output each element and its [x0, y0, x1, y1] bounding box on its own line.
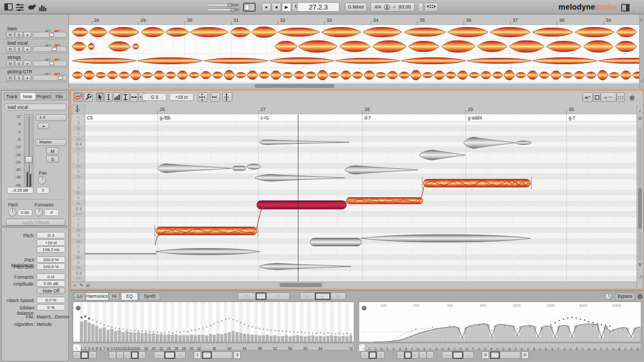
mute-button[interactable]: M: [46, 148, 59, 154]
harmonic-bar[interactable]: [114, 331, 117, 342]
harmonic-number-label[interactable]: 16: [136, 347, 141, 350]
pan-knob[interactable]: [38, 176, 46, 185]
harmonic-bar[interactable]: [152, 333, 155, 342]
amplitude-tool[interactable]: .: [121, 92, 129, 102]
record-button[interactable]: ●: [262, 3, 271, 12]
eq-range-bar[interactable]: [500, 351, 520, 359]
eq-seg-2-1[interactable]: [452, 351, 463, 359]
harmonic-number-label[interactable]: 44: [242, 347, 247, 350]
fader-handle[interactable]: [25, 156, 32, 163]
harmonic-number-label[interactable]: 20: [152, 347, 156, 350]
track-volume-slider[interactable]: [33, 61, 67, 66]
harmonic-dot[interactable]: [213, 323, 215, 325]
eq-band[interactable]: [595, 325, 599, 342]
input-select[interactable]: 1-2.: [36, 114, 66, 121]
blob-mode-button[interactable]: [73, 92, 83, 102]
eq-arc-dot[interactable]: [550, 324, 552, 326]
note-letter-label[interactable]: D: [460, 347, 463, 350]
harmonic-bar[interactable]: [308, 336, 310, 342]
harmonic-bar[interactable]: [323, 337, 326, 342]
harmonic-bar[interactable]: [315, 337, 318, 342]
blob-orange-icon[interactable]: [54, 55, 60, 59]
harmonic-bar[interactable]: [182, 335, 185, 342]
harmonic-dot[interactable]: [316, 333, 317, 334]
harmonic-number-label[interactable]: 6: [100, 347, 102, 350]
note-letter-label[interactable]: A: [612, 347, 614, 350]
tool-dropdown-dot[interactable]: .: [110, 99, 111, 101]
tool-dropdown-dot[interactable]: .: [119, 99, 120, 101]
inspector-value-field[interactable]: 0.00 dB: [37, 280, 65, 287]
harmonic-bar[interactable]: [163, 335, 166, 342]
harmonic-dot[interactable]: [145, 331, 147, 332]
harmonic-number-label[interactable]: 7: [103, 347, 106, 350]
note-editor-canvas[interactable]: 2627282930C5g-/Bbc-/Gd-7g-add4g-7CBBbAAb…: [71, 104, 637, 289]
eq-band[interactable]: [443, 327, 447, 342]
harmonic-bar[interactable]: [88, 323, 90, 342]
eq-seg-2-0[interactable]: ⌐: [442, 351, 452, 359]
eq-band[interactable]: [431, 330, 434, 342]
harmonic-bar[interactable]: [171, 335, 174, 342]
harmonic-bar[interactable]: [319, 336, 321, 342]
harmonic-dot[interactable]: [346, 333, 348, 334]
eq-band[interactable]: [499, 324, 502, 342]
note-blob[interactable]: [85, 253, 156, 255]
harmonic-dot[interactable]: [342, 333, 344, 335]
note-letter-label[interactable]: <: [362, 347, 364, 350]
tab-lo[interactable]: Lo: [74, 292, 85, 300]
eq-band[interactable]: [482, 324, 485, 342]
harmonic-bar[interactable]: [297, 335, 299, 342]
transport-time-display[interactable]: 27.2.3: [297, 2, 340, 12]
eq-band[interactable]: [583, 324, 587, 342]
harmonic-dot[interactable]: [259, 328, 260, 330]
track-record-button[interactable]: ●: [23, 61, 31, 66]
formant-tool[interactable]: .: [113, 92, 121, 102]
note-letter-label[interactable]: E: [594, 347, 596, 350]
harmonic-bar[interactable]: [156, 334, 159, 342]
eq-band[interactable]: [524, 326, 527, 342]
eq-band[interactable]: [558, 326, 561, 342]
track-ruler[interactable]: [69, 15, 639, 25]
pitch-drift-button[interactable]: [210, 92, 220, 102]
blob-orange-icon[interactable]: [54, 26, 60, 30]
track-volume-slider[interactable]: [33, 32, 67, 38]
harmonic-bar[interactable]: [122, 332, 125, 342]
blob-orange-icon[interactable]: [54, 40, 60, 45]
harmonic-bar[interactable]: [209, 334, 212, 342]
eq-band[interactable]: [638, 327, 641, 342]
harmonic-number-label[interactable]: 64: [318, 347, 323, 350]
track-record-button[interactable]: ●: [23, 46, 31, 52]
note-letter-label[interactable]: B: [490, 347, 492, 350]
note-letter-label[interactable]: A: [527, 347, 529, 350]
harmonic-bar[interactable]: [202, 335, 204, 342]
tempo-options-button[interactable]: .: [418, 3, 423, 12]
solo-button[interactable]: S: [46, 156, 59, 162]
eq-seg-1-1[interactable]: [404, 351, 412, 359]
eq-band[interactable]: [439, 328, 443, 342]
tool-dropdown-dot[interactable]: .: [127, 99, 128, 101]
panel-toggle-icon[interactable]: [621, 4, 630, 12]
harmonic-number-label[interactable]: 22: [159, 347, 163, 350]
eq-band[interactable]: [494, 325, 498, 342]
harmonic-dot[interactable]: [202, 327, 204, 329]
harmonic-bar[interactable]: [350, 335, 352, 342]
harmonic-bar[interactable]: [160, 334, 162, 342]
mixer-panel-icon[interactable]: [4, 3, 13, 11]
track-volume-handle[interactable]: [58, 76, 63, 80]
gear-icon[interactable]: [637, 294, 643, 299]
harmonic-dot[interactable]: [244, 324, 246, 325]
note-letter-label[interactable]: G: [563, 347, 566, 350]
harmonic-dot[interactable]: [225, 318, 227, 320]
track-mute-button[interactable]: M: [6, 75, 14, 81]
grid-options-toggle[interactable]: [616, 92, 625, 102]
harmonic-bar[interactable]: [327, 336, 329, 342]
track-arrangement-canvas[interactable]: 282930313233343536373839: [69, 15, 639, 89]
track-volume-handle[interactable]: [49, 33, 54, 37]
harmonic-number-label[interactable]: 8: [107, 347, 109, 350]
eq-seg-0-1[interactable]: [369, 351, 377, 359]
harmonic-bar[interactable]: [110, 329, 113, 342]
harmonic-bar[interactable]: [205, 335, 208, 342]
harmonic-dot[interactable]: [282, 331, 283, 332]
note-pitch-field[interactable]: G 3: [142, 93, 167, 101]
note-letter-label[interactable]: C: [368, 347, 371, 350]
harmonic-bar[interactable]: [137, 332, 140, 342]
